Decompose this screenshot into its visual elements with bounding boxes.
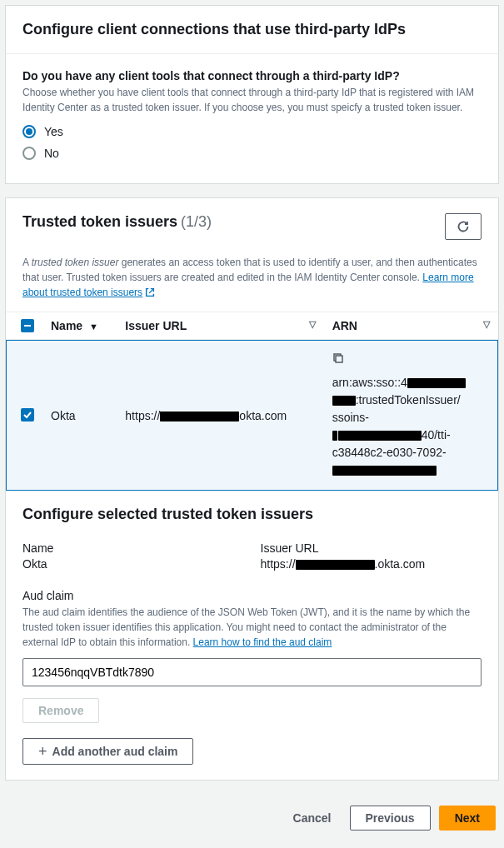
radio-yes-control[interactable] [22, 125, 36, 138]
redacted-text [332, 396, 356, 406]
arn-seg4: 40/tti- [422, 428, 451, 441]
next-button[interactable]: Next [439, 806, 496, 831]
col-name[interactable]: Name ▼ [42, 312, 117, 340]
radio-no-label: No [44, 147, 59, 160]
col-arn[interactable]: ARN ▽ [324, 312, 498, 340]
name-value: Okta [22, 557, 244, 571]
select-all-header[interactable] [6, 312, 42, 340]
arn-seg1: arn:aws:sso::4 [332, 376, 407, 389]
row-arn: arn:aws:sso::4 :trustedTokenIssuer/ ssoi… [324, 340, 498, 491]
radio-dot-icon [26, 128, 32, 135]
tti-count: (1/3) [181, 213, 212, 230]
name-col: Name Okta [22, 541, 244, 571]
redacted-text [296, 560, 375, 570]
trusted-token-issuers-panel: Trusted token issuers (1/3) A trusted to… [5, 197, 499, 781]
url-suffix: .okta.com [375, 557, 426, 571]
redacted-text [332, 431, 337, 441]
tti-header: Trusted token issuers (1/3) [6, 198, 498, 250]
radio-yes[interactable]: Yes [22, 125, 482, 138]
svg-rect-0 [24, 325, 31, 327]
configure-connections-panel: Configure client connections that use th… [5, 5, 499, 184]
panel1-body: Do you have any client tools that connec… [6, 54, 498, 183]
row-checkbox[interactable] [21, 408, 34, 422]
col-arn-label: ARN [332, 319, 357, 332]
tti-header-left: Trusted token issuers (1/3) [22, 213, 212, 231]
aud-claim-input[interactable] [22, 658, 482, 686]
redacted-text [160, 412, 239, 422]
tti-desc-em: trusted token issuer [32, 257, 119, 268]
row-url-suffix: okta.com [239, 409, 287, 422]
idp-help-text: Choose whether you have client tools tha… [22, 85, 482, 115]
url-prefix: https:// [261, 557, 296, 571]
tti-desc-prefix: A [22, 257, 32, 268]
col-url-label: Issuer URL [125, 319, 187, 332]
name-url-row: Name Okta Issuer URL https://.okta.com [22, 541, 482, 571]
name-label: Name [22, 541, 244, 555]
radio-yes-label: Yes [44, 125, 63, 138]
row-url: https://okta.com [117, 340, 323, 491]
row-checkbox-cell[interactable] [6, 340, 42, 491]
aud-label: Aud claim [22, 589, 482, 602]
panel1-header: Configure client connections that use th… [6, 6, 498, 54]
copy-icon[interactable] [332, 352, 344, 369]
tti-title: Trusted token issuers [22, 213, 177, 230]
row-name: Okta [42, 340, 117, 491]
url-col: Issuer URL https://.okta.com [261, 541, 482, 571]
wizard-footer: Cancel Previous Next [5, 794, 499, 834]
aud-learn-link[interactable]: Learn how to find the aud claim [193, 636, 332, 648]
external-link-icon [144, 287, 156, 298]
svg-rect-1 [336, 356, 342, 362]
previous-button[interactable]: Previous [350, 806, 431, 831]
issuer-table: Name ▼ Issuer URL ▽ ARN ▽ [6, 312, 498, 491]
url-value: https://.okta.com [261, 557, 482, 571]
plus-icon: + [38, 744, 47, 759]
table-row[interactable]: Okta https://okta.com arn:aws:sso::4 :tr… [6, 340, 498, 491]
redacted-text [407, 378, 466, 388]
arn-seg2: :trustedTokenIssuer/ [356, 393, 461, 407]
col-url[interactable]: Issuer URL ▽ [117, 312, 323, 340]
refresh-icon [457, 220, 470, 233]
url-label: Issuer URL [261, 541, 482, 555]
tti-description: A trusted token issuer generates an acce… [6, 255, 498, 312]
panel1-title: Configure client connections that use th… [22, 21, 482, 38]
col-name-label: Name [51, 319, 82, 332]
table-header-row: Name ▼ Issuer URL ▽ ARN ▽ [6, 312, 498, 340]
sort-caret-icon: ▼ [89, 322, 98, 332]
row-url-prefix: https:// [125, 409, 160, 422]
config-title: Configure selected trusted token issuers [22, 506, 482, 523]
add-aud-claim-button[interactable]: + Add another aud claim [22, 738, 193, 765]
redacted-text [338, 431, 422, 441]
idp-question: Do you have any client tools that connec… [22, 69, 482, 82]
filter-caret-icon: ▽ [483, 319, 490, 330]
refresh-button[interactable] [445, 213, 482, 240]
configure-selected-section: Configure selected trusted token issuers… [6, 491, 498, 780]
radio-no-control[interactable] [22, 147, 36, 160]
redacted-text [332, 466, 437, 476]
mixed-checkbox-icon[interactable] [21, 319, 34, 332]
arn-seg3: ssoins- [332, 411, 369, 424]
cancel-button[interactable]: Cancel [283, 806, 342, 831]
radio-no[interactable]: No [22, 147, 482, 160]
remove-button[interactable]: Remove [22, 698, 99, 723]
arn-seg5: c38448c2-e030-7092- [332, 446, 447, 459]
filter-caret-icon: ▽ [309, 319, 316, 330]
aud-help: The aud claim identifies the audience of… [22, 605, 482, 650]
add-btn-label: Add another aud claim [52, 745, 178, 758]
